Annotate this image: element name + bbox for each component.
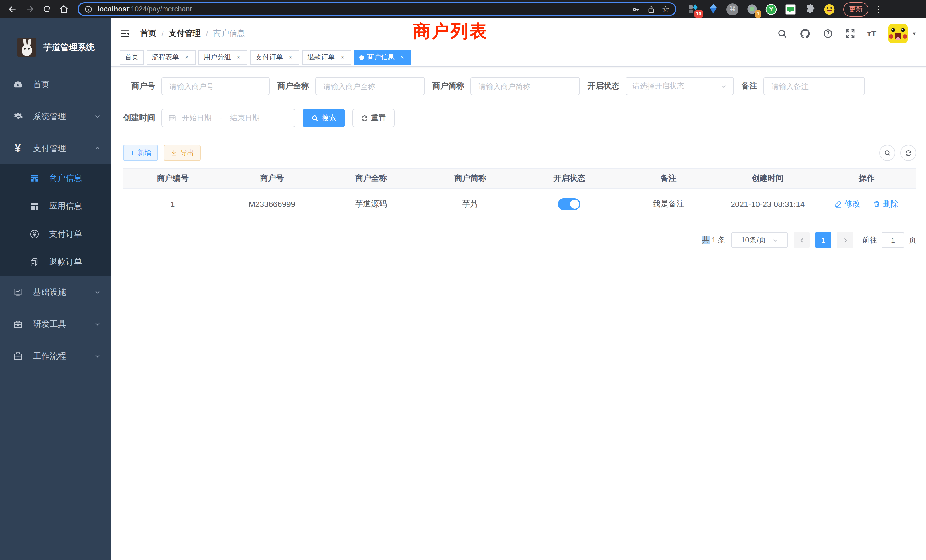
tab-home[interactable]: 首页 (120, 50, 144, 65)
close-icon[interactable]: × (235, 54, 242, 61)
app-logo (17, 38, 36, 57)
tab-user-group[interactable]: 用户分组× (198, 50, 247, 65)
gear-icon (12, 112, 23, 121)
extension-blue-diamond-icon[interactable]: 10 (688, 3, 700, 15)
dashboard-icon (12, 80, 23, 89)
chevron-up-icon (94, 145, 101, 152)
home-icon[interactable] (57, 2, 71, 16)
navbar-actions: тT ▼ (777, 24, 917, 43)
filter-row-2: 创建时间 开始日期 - 结束日期 (123, 109, 916, 127)
user-menu[interactable]: ▼ (888, 24, 917, 43)
logo-link[interactable]: 芋道管理系统 (0, 18, 111, 68)
prev-page-button[interactable] (794, 232, 809, 248)
show-search-button[interactable] (879, 145, 895, 161)
close-icon[interactable]: × (399, 54, 406, 61)
extensions-area: 10 ⌘ 1 Y (688, 3, 835, 15)
edit-link[interactable]: 修改 (835, 199, 861, 209)
status-toggle[interactable] (558, 198, 581, 210)
sidebar-item-app-info[interactable]: 应用信息 (0, 192, 111, 220)
sidebar-item-home[interactable]: 首页 (0, 68, 111, 100)
sidebar-item-infra[interactable]: 基础设施 (0, 276, 111, 308)
tab-refund-order[interactable]: 退款订单× (302, 50, 351, 65)
chevron-down-icon (772, 237, 778, 243)
tags-view-bar: 首页 流程表单× 用户分组× 支付订单× 退款订单× 商户信息× (111, 48, 926, 67)
date-range-input[interactable]: 开始日期 - 结束日期 (161, 109, 295, 127)
sidebar-item-devtools[interactable]: 研发工具 (0, 308, 111, 340)
font-size-icon[interactable]: тT (867, 29, 876, 38)
help-icon[interactable] (823, 28, 833, 38)
extension-badge: 1 (755, 10, 761, 17)
close-icon[interactable]: × (183, 54, 191, 61)
page-size-select[interactable]: 10条/页 (731, 232, 788, 248)
merchant-no-input[interactable] (168, 81, 263, 91)
next-page-button[interactable] (837, 232, 853, 248)
tab-merchant-info[interactable]: 商户信息× (354, 50, 411, 65)
url-bar[interactable]: localhost:1024/pay/merchant ☆ (77, 2, 676, 16)
tab-pay-order[interactable]: 支付订单× (250, 50, 300, 65)
extension-circle-icon[interactable]: 1 (746, 3, 758, 15)
calendar-icon (168, 114, 176, 122)
sidebar-item-merchant-info[interactable]: 商户信息 (0, 164, 111, 192)
cell-full-name: 芋道源码 (322, 188, 421, 220)
site-info-icon[interactable] (85, 5, 92, 13)
sidebar-item-label: 应用信息 (49, 201, 82, 212)
breadcrumb-pay[interactable]: 支付管理 (169, 28, 201, 38)
add-button[interactable]: + 新增 (123, 145, 158, 161)
extension-command-icon[interactable]: ⌘ (726, 3, 738, 15)
breadcrumb: 首页 / 支付管理 / 商户信息 (140, 28, 245, 38)
breadcrumb-separator: / (161, 29, 163, 38)
forward-icon[interactable] (23, 2, 36, 16)
cell-merchant-no: M233666999 (222, 188, 322, 220)
search-button[interactable]: 搜索 (303, 109, 345, 127)
update-button[interactable]: 更新 (843, 2, 869, 16)
close-icon[interactable]: × (339, 54, 346, 61)
reset-button[interactable]: 重置 (353, 109, 395, 127)
search-icon[interactable] (777, 28, 787, 38)
extension-emoji-icon[interactable] (823, 3, 835, 15)
browser-menu-icon[interactable]: ⋮ (874, 4, 881, 14)
extension-y-icon[interactable]: Y (765, 3, 777, 15)
sidebar-item-pay[interactable]: ¥ 支付管理 (0, 132, 111, 164)
github-icon[interactable] (799, 28, 811, 39)
bookmark-star-icon[interactable]: ☆ (662, 4, 669, 14)
url-host: localhost (97, 5, 129, 13)
breadcrumb-home[interactable]: 首页 (140, 28, 156, 38)
filter-short-name: 商户简称 (432, 77, 580, 95)
sidebar-item-system[interactable]: 系统管理 (0, 100, 111, 132)
sidebar-item-label: 支付管理 (33, 143, 66, 154)
remark-input[interactable] (770, 81, 858, 91)
short-name-input[interactable] (477, 81, 573, 91)
pagination: 共 1 条 10条/页 1 前往 (123, 232, 916, 248)
hamburger-icon[interactable] (120, 28, 131, 39)
share-icon[interactable] (647, 5, 655, 14)
fullscreen-icon[interactable] (845, 28, 855, 38)
sidebar-item-label: 基础设施 (33, 286, 66, 297)
sidebar-item-pay-order[interactable]: 支付订单 (0, 220, 111, 248)
tab-process-form[interactable]: 流程表单× (147, 50, 195, 65)
page-number-1[interactable]: 1 (816, 232, 831, 248)
extension-kite-icon[interactable] (707, 3, 719, 15)
full-name-input[interactable] (322, 81, 418, 91)
filter-status: 开启状态 请选择开启状态 (587, 77, 734, 95)
extension-puzzle-icon[interactable] (804, 3, 816, 15)
sidebar-item-workflow[interactable]: 工作流程 (0, 340, 111, 372)
sidebar-item-refund-order[interactable]: 退款订单 (0, 248, 111, 276)
date-separator: - (219, 114, 222, 122)
documents-icon (29, 257, 40, 266)
sidebar-item-label: 商户信息 (49, 173, 82, 184)
sidebar-item-label: 支付订单 (49, 229, 82, 239)
export-button[interactable]: 导出 (163, 145, 201, 161)
extension-chat-icon[interactable] (785, 3, 797, 15)
refresh-table-button[interactable] (900, 145, 916, 161)
delete-link[interactable]: 删除 (873, 199, 899, 209)
key-icon[interactable] (631, 5, 640, 14)
caret-down-icon: ▼ (912, 30, 917, 36)
status-select[interactable]: 请选择开启状态 (625, 77, 734, 95)
close-icon[interactable]: × (287, 54, 294, 61)
reload-icon[interactable] (40, 2, 54, 16)
goto-page-input[interactable] (882, 232, 904, 248)
field-label: 商户号 (123, 81, 155, 91)
extension-badge: 10 (694, 10, 703, 17)
back-icon[interactable] (6, 2, 20, 16)
breadcrumb-separator: / (206, 29, 208, 38)
